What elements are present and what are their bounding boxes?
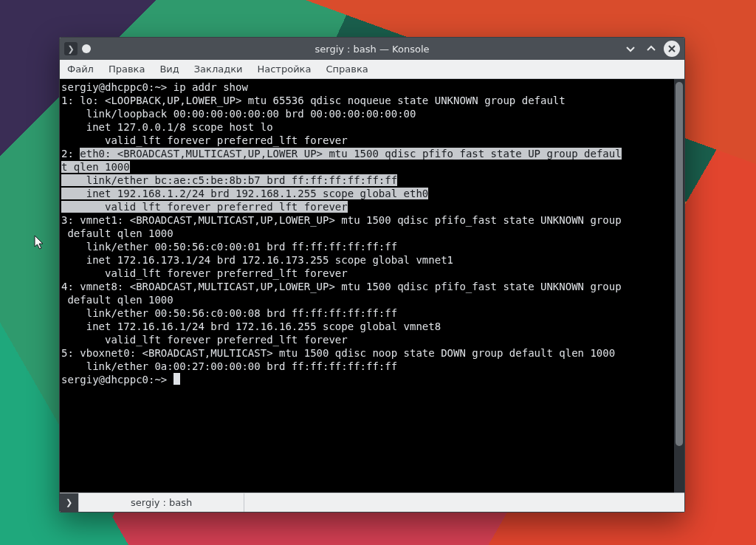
prompt-text: sergiy@dhcppc0:~>: [61, 81, 173, 93]
new-tab-button[interactable]: ❯: [60, 493, 79, 512]
tab-active[interactable]: sergiy : bash: [79, 493, 244, 512]
app-dot-icon: [82, 44, 91, 53]
output-line: 5: vboxnet0: <BROADCAST,MULTICAST> mtu 1…: [61, 347, 615, 359]
output-line: 3: vmnet1: <BROADCAST,MULTICAST,UP,LOWER…: [61, 214, 622, 226]
window-title: sergiy : bash — Konsole: [222, 44, 522, 55]
terminal-scrollbar[interactable]: [674, 79, 684, 493]
command-text: ip addr show: [173, 81, 248, 93]
output-text: 2:: [61, 148, 80, 160]
output-line: 2: eth0: <BROADCAST,MULTICAST,UP,LOWER_U…: [61, 148, 622, 160]
maximize-button[interactable]: [643, 41, 659, 57]
selection: inet 192.168.1.2/24 brd 192.168.1.255 sc…: [61, 188, 428, 199]
terminal-cursor: [173, 373, 180, 385]
minimize-button[interactable]: [622, 41, 639, 57]
menu-help[interactable]: Справка: [318, 60, 375, 78]
output-line: valid_lft forever preferred_lft forever: [61, 267, 348, 279]
close-button[interactable]: [664, 41, 680, 57]
menu-edit[interactable]: Правка: [101, 60, 152, 78]
menu-settings[interactable]: Настройка: [250, 60, 318, 78]
output-line: 1: lo: <LOOPBACK,UP,LOWER_UP> mtu 65536 …: [61, 95, 566, 106]
selection: eth0: <BROADCAST,MULTICAST,UP,LOWER_UP> …: [80, 148, 621, 160]
app-bullet-icon: ❯: [64, 42, 78, 55]
selection: link/ether bc:ae:c5:be:8b:b7 brd ff:ff:f…: [61, 174, 397, 186]
menu-bookmarks[interactable]: Закладки: [187, 60, 250, 78]
terminal[interactable]: sergiy@dhcppc0:~> ip addr show 1: lo: <L…: [60, 79, 673, 493]
scrollbar-thumb[interactable]: [676, 82, 683, 446]
output-line: 4: vmnet8: <BROADCAST,MULTICAST,UP,LOWER…: [61, 281, 622, 292]
selection: valid_lft forever preferred_lft forever: [61, 201, 348, 213]
prompt-text: sergiy@dhcppc0:~>: [61, 374, 173, 385]
tabbar: ❯ sergiy : bash: [60, 493, 684, 512]
selection: t qlen 1000: [61, 161, 130, 173]
prompt-line: sergiy@dhcppc0:~> ip addr show: [61, 81, 248, 93]
mouse-cursor: [34, 235, 46, 251]
prompt-line: sergiy@dhcppc0:~>: [61, 374, 180, 385]
titlebar[interactable]: ❯ sergiy : bash — Konsole: [60, 38, 684, 60]
output-line: valid_lft forever preferred_lft forever: [61, 134, 348, 146]
output-line: inet 172.16.16.1/24 brd 172.16.16.255 sc…: [61, 321, 441, 332]
output-line: default qlen 1000: [61, 227, 173, 239]
output-line: valid_lft forever preferred_lft forever: [61, 334, 348, 346]
output-line: inet 127.0.0.1/8 scope host lo: [61, 121, 273, 133]
menubar: Файл Правка Вид Закладки Настройка Справ…: [60, 60, 684, 79]
output-line: link/ether 00:50:56:c0:00:01 brd ff:ff:f…: [61, 241, 397, 253]
output-line: link/ether 0a:00:27:00:00:00 brd ff:ff:f…: [61, 360, 397, 372]
output-line: link/ether 00:50:56:c0:00:08 brd ff:ff:f…: [61, 307, 397, 319]
terminal-viewport: sergiy@dhcppc0:~> ip addr show 1: lo: <L…: [60, 79, 684, 493]
output-line: link/loopback 00:00:00:00:00:00 brd 00:0…: [61, 108, 416, 120]
menu-view[interactable]: Вид: [152, 60, 186, 78]
output-line: inet 172.16.173.1/24 brd 172.16.173.255 …: [61, 254, 453, 266]
output-line: default qlen 1000: [61, 294, 173, 306]
menu-file[interactable]: Файл: [60, 60, 101, 78]
konsole-window: ❯ sergiy : bash — Konsole Файл Правка Ви…: [59, 37, 685, 513]
